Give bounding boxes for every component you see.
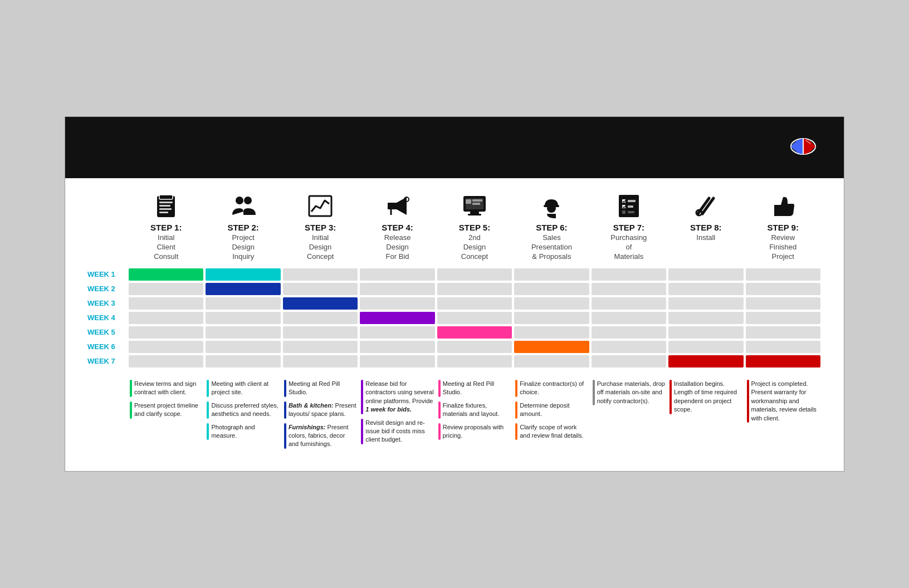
step-name-4: Release Design For Bid — [384, 233, 411, 262]
step-label-4: STEP 4: — [382, 223, 413, 232]
svg-rect-8 — [159, 212, 168, 213]
notes-col-2: Meeting with client at project site.Disc… — [204, 380, 281, 453]
note-text-4-1: Release bid for contractors using severa… — [365, 380, 433, 414]
note-text-8-1: Installation begins. Length of time requ… — [674, 380, 742, 414]
timeline-cell-week6-step9 — [746, 341, 820, 353]
main-content: STEP 1:Initial Client ConsultSTEP 2:Proj… — [65, 178, 844, 471]
note-bar-6-1 — [515, 380, 517, 397]
note-item-1-1: Review terms and sign contract with clie… — [130, 380, 202, 397]
svg-rect-6 — [159, 205, 170, 207]
note-text-1-1: Review terms and sign contract with clie… — [134, 380, 202, 397]
step-label-9: STEP 9: — [768, 223, 799, 232]
timeline-cell-week5-step2 — [206, 326, 280, 339]
timeline-cell-week7-step1 — [129, 355, 203, 367]
step-name-7: Purchasing of Materials — [610, 233, 647, 262]
svg-rect-21 — [472, 199, 482, 202]
timeline-cell-week5-step3 — [283, 326, 358, 339]
timeline-cell-week3-step8 — [668, 297, 743, 310]
timeline-cell-week1-step2 — [206, 268, 280, 281]
step-col-5: STEP 5:2nd Design Concept — [436, 192, 513, 262]
svg-rect-30 — [622, 210, 625, 214]
note-bar-5-1 — [438, 380, 441, 397]
page: STEP 1:Initial Client ConsultSTEP 2:Proj… — [65, 116, 844, 471]
step-icon-1 — [155, 192, 177, 220]
step-label-5: STEP 5: — [459, 223, 490, 232]
step-col-2: STEP 2:Project Design Inquiry — [204, 192, 281, 262]
step-icon-4 — [385, 192, 410, 220]
note-bar-1-2 — [130, 401, 132, 419]
svg-rect-13 — [388, 203, 392, 209]
timeline-bar-week7-step9 — [746, 355, 820, 367]
header — [65, 117, 844, 178]
timeline-cell-week5-step8 — [668, 326, 743, 339]
timeline-cell-week4-step2 — [206, 312, 280, 324]
step-col-7: STEP 7:Purchasing of Materials — [590, 192, 667, 262]
notes-col-8: Installation begins. Length of time requ… — [667, 380, 744, 453]
step-col-4: STEP 4:Release Design For Bid — [359, 192, 436, 262]
note-text-3-3: Furnishings: Present colors, fabrics, de… — [289, 423, 356, 449]
notes-col-7: Purchase materials, drop off materials o… — [590, 380, 667, 453]
timeline-cell-week3-step6 — [514, 297, 589, 310]
note-item-7-1: Purchase materials, drop off materials o… — [593, 380, 665, 405]
timeline-cell-week7-step8 — [668, 355, 743, 367]
step-col-9: STEP 9:Review Finished Project — [745, 192, 822, 262]
notes-spacer — [87, 380, 128, 453]
timeline-cell-week2-step8 — [668, 283, 743, 295]
timeline-bar-week7-step8 — [668, 355, 743, 367]
note-item-4-1: Release bid for contractors using severa… — [361, 380, 433, 414]
timeline-bar-week3-step3 — [283, 297, 358, 310]
timeline-cell-week1-step3 — [283, 268, 358, 281]
note-bar-4-1 — [361, 380, 363, 414]
notes-grid: Review terms and sign contract with clie… — [128, 380, 822, 453]
week-label-3: WEEK 3 — [87, 297, 128, 310]
timeline-cell-week3-step3 — [283, 297, 358, 310]
timeline-cell-week6-step4 — [360, 341, 434, 353]
timeline-row-week-4 — [128, 312, 822, 324]
timeline-cell-week4-step9 — [746, 312, 820, 324]
svg-rect-20 — [466, 199, 471, 204]
timeline-bar-week2-step2 — [206, 283, 280, 295]
week-labels-col: WEEK 1WEEK 2WEEK 3WEEK 4WEEK 5WEEK 6WEEK… — [87, 268, 128, 370]
note-item-4-2: Revisit design and re-issue bid if costs… — [361, 419, 433, 444]
note-bar-9-1 — [747, 380, 749, 423]
note-text-1-2: Present project timeline and clarify sco… — [134, 401, 202, 419]
step-name-5: 2nd Design Concept — [461, 233, 488, 262]
note-item-3-2: Bath & kitchen: Present layouts/ space p… — [284, 401, 356, 419]
notes-col-3: Meeting at Red Pill Studio.Bath & kitche… — [282, 380, 359, 453]
note-bar-2-1 — [207, 380, 209, 397]
timeline-cell-week5-step7 — [592, 326, 666, 339]
note-bar-1-1 — [130, 380, 132, 397]
step-label-2: STEP 2: — [227, 223, 258, 232]
note-item-6-2: Determine deposit amount. — [515, 401, 588, 419]
svg-rect-19 — [468, 214, 481, 215]
timeline-cell-week2-step9 — [746, 283, 820, 295]
svg-rect-24 — [544, 205, 559, 207]
timeline-row-week-5 — [128, 326, 822, 339]
timeline-row-week-6 — [128, 341, 822, 353]
note-item-1-2: Present project timeline and clarify sco… — [130, 401, 202, 419]
step-label-6: STEP 6: — [536, 223, 567, 232]
note-item-3-3: Furnishings: Present colors, fabrics, de… — [284, 423, 356, 449]
timeline-cell-week3-step4 — [360, 297, 434, 310]
note-item-3-1: Meeting at Red Pill Studio. — [284, 380, 356, 397]
note-bar-3-1 — [284, 380, 286, 397]
timeline-bar-week5-step5 — [437, 326, 512, 339]
step-col-3: STEP 3:Initial Design Concept — [282, 192, 359, 262]
svg-rect-4 — [159, 195, 173, 199]
timeline-cell-week4-step5 — [437, 312, 512, 324]
timeline-cell-week1-step5 — [437, 268, 512, 281]
note-text-5-1: Meeting at Red Pill Studio. — [443, 380, 511, 397]
notes-col-4: Release bid for contractors using severa… — [359, 380, 436, 453]
timeline-cell-week5-step1 — [129, 326, 203, 339]
timeline-cell-week7-step3 — [283, 355, 358, 367]
svg-point-10 — [244, 197, 252, 204]
timeline-cell-week3-step2 — [206, 297, 280, 310]
note-text-6-1: Finalize contractor(s) of choice. — [520, 380, 588, 397]
svg-rect-31 — [628, 211, 634, 213]
timeline-grid — [128, 268, 822, 367]
timeline-cell-week5-step6 — [514, 326, 589, 339]
timeline-bar-week1-step2 — [206, 268, 280, 281]
svg-rect-22 — [472, 203, 480, 205]
note-text-2-1: Meeting with client at project site. — [211, 380, 279, 397]
step-icon-8 — [693, 192, 718, 220]
